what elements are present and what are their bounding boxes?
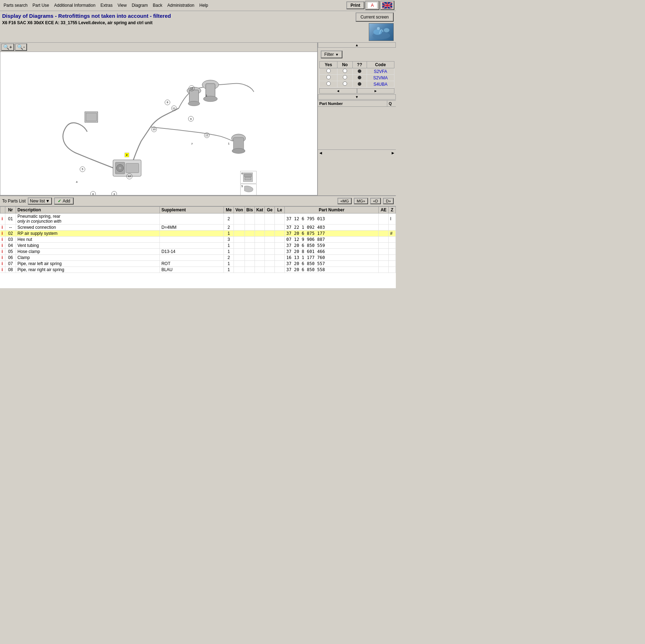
radio-qq-0[interactable] — [358, 69, 361, 73]
info-icon[interactable]: i — [2, 216, 3, 221]
row-info-icon[interactable]: i — [0, 243, 5, 249]
info-icon[interactable]: i — [2, 243, 3, 248]
header-area: Display of Diagrams - Retrofittings not … — [0, 11, 396, 42]
row-ge — [265, 213, 275, 225]
row-info-icon[interactable]: i — [0, 255, 5, 261]
filter-scroll-left[interactable]: ◄ — [319, 88, 357, 94]
menu-back[interactable]: Back — [151, 2, 164, 9]
svg-text:6: 6 — [241, 172, 243, 175]
menu-part-use[interactable]: Part Use — [30, 2, 51, 9]
menu-view[interactable]: View — [115, 2, 129, 9]
filter-button[interactable]: Filter ▼ — [321, 51, 342, 58]
col-kat-header: Kat — [255, 207, 264, 213]
table-row[interactable]: i 04 Vent tubing 1 37 20 6 850 559 — [0, 243, 396, 249]
radio-qq-1[interactable] — [358, 76, 361, 79]
flag-icon-uk[interactable] — [380, 1, 394, 10]
menu-extras[interactable]: Extras — [98, 2, 115, 9]
row-ge — [265, 267, 275, 273]
pn-scroll-left[interactable]: ◄ — [319, 151, 357, 155]
row-kat — [255, 237, 264, 243]
filter-qq-1[interactable] — [352, 75, 367, 81]
zoom-out-button[interactable]: 🔍- — [15, 43, 27, 51]
row-me: 1 — [224, 261, 234, 267]
menubar: Parts search Part Use Additional Informa… — [0, 0, 396, 11]
table-row[interactable]: i 05 Hose clamp D13-14 1 37 20 8 601 466 — [0, 249, 396, 255]
pn-scroll-right[interactable]: ► — [357, 151, 395, 155]
table-row[interactable]: i 03 Hex nut 3 07 12 9 906 887 — [0, 237, 396, 243]
info-icon[interactable]: i — [2, 267, 3, 272]
zoom-in-button[interactable]: 🔍+ — [1, 43, 14, 51]
scroll-down-indicator[interactable]: ▼ — [318, 94, 396, 100]
radio-no-1[interactable] — [343, 75, 347, 79]
svg-point-13 — [384, 28, 389, 32]
menu-additional-information[interactable]: Additional Information — [52, 2, 98, 9]
diagram-canvas: 2 12 1 1 — [0, 52, 317, 195]
add-button[interactable]: ✓ Add — [54, 197, 74, 205]
radio-qq-2[interactable] — [358, 82, 361, 86]
row-ge — [265, 237, 275, 243]
row-kat — [255, 231, 264, 237]
info-icon[interactable]: i — [2, 249, 3, 254]
filter-scroll-right[interactable]: ► — [357, 88, 395, 94]
table-row[interactable]: i 02 RP air supply system 1 37 20 6 875 … — [0, 231, 396, 237]
info-icon[interactable]: i — [2, 261, 3, 266]
col-me-header: Me — [224, 207, 234, 213]
row-bis — [245, 267, 255, 273]
table-row[interactable]: i 01 Pneumatic spring, rearonly in conju… — [0, 213, 396, 225]
parts-table-wrap: Nr Description Supplement Me Von Bis Kat… — [0, 206, 396, 288]
row-info-icon[interactable]: i — [0, 267, 5, 273]
row-info-icon[interactable]: i — [0, 231, 5, 237]
current-screen-button[interactable]: Current screen — [356, 12, 394, 22]
row-info-icon[interactable]: i — [0, 213, 5, 225]
row-info-icon[interactable]: i — [0, 249, 5, 255]
nav-mg-prev[interactable]: «MG — [337, 198, 352, 204]
filter-yes-0[interactable] — [320, 68, 337, 75]
radio-no-2[interactable] — [343, 81, 347, 86]
row-info-icon[interactable]: i — [0, 237, 5, 243]
row-kat — [255, 267, 264, 273]
info-icon[interactable]: i — [2, 237, 3, 242]
table-row[interactable]: i -- Screwed connection D=4MM 2 37 22 1 … — [0, 225, 396, 231]
print-button[interactable]: Print — [346, 1, 365, 9]
new-list-button[interactable]: New list ▼ — [28, 197, 52, 205]
scroll-up-indicator[interactable]: ▲ — [318, 42, 396, 48]
svg-point-14 — [377, 27, 380, 30]
info-icon[interactable]: i — [2, 231, 3, 236]
svg-text:7: 7 — [191, 142, 193, 146]
filter-yes-1[interactable] — [320, 75, 337, 81]
radio-yes-2[interactable] — [326, 81, 331, 86]
table-row[interactable]: i 06 Clamp 2 16 13 1 177 760 — [0, 255, 396, 261]
menu-help[interactable]: Help — [197, 2, 210, 9]
row-info-icon[interactable]: i — [0, 225, 5, 231]
menu-diagram[interactable]: Diagram — [130, 2, 150, 9]
info-icon[interactable]: i — [2, 225, 3, 230]
svg-rect-48 — [86, 113, 97, 121]
subtitle-prefix: X6 F16 SAC X6 30dX ECE A: — [2, 20, 61, 25]
menu-administration[interactable]: Administration — [165, 2, 196, 9]
filter-yes-2[interactable] — [320, 81, 337, 88]
table-row[interactable]: i 08 Pipe, rear right air spring BLAU 1 … — [0, 267, 396, 273]
row-info-icon[interactable]: i — [0, 261, 5, 267]
svg-text:11: 11 — [205, 134, 209, 137]
title-block: Display of Diagrams - Retrofittings not … — [2, 12, 353, 25]
svg-text:8: 8 — [167, 101, 168, 104]
filter-qq-0[interactable] — [352, 68, 367, 75]
radio-yes-1[interactable] — [326, 75, 331, 79]
nav-mg-next[interactable]: MG» — [354, 198, 368, 204]
table-row[interactable]: i 07 Pipe, rear left air spring ROT 1 37… — [0, 261, 396, 267]
radio-yes-0[interactable] — [326, 69, 331, 73]
filter-no-2[interactable] — [337, 81, 352, 88]
filter-qq-2[interactable] — [352, 81, 367, 88]
row-le — [275, 225, 285, 231]
filter-no-0[interactable] — [337, 68, 352, 75]
col-bis-header: Bis — [245, 207, 255, 213]
flag-icon-a[interactable]: A — [365, 1, 379, 10]
radio-no-0[interactable] — [343, 69, 347, 73]
menu-parts-search[interactable]: Parts search — [1, 2, 30, 9]
row-le — [275, 243, 285, 249]
filter-no-1[interactable] — [337, 75, 352, 81]
nav-d-next[interactable]: D» — [383, 198, 394, 204]
info-icon[interactable]: i — [2, 255, 3, 260]
filter-table: Yes No ?? Code S2VFA — [319, 61, 394, 88]
nav-d-prev[interactable]: «D — [370, 198, 381, 204]
